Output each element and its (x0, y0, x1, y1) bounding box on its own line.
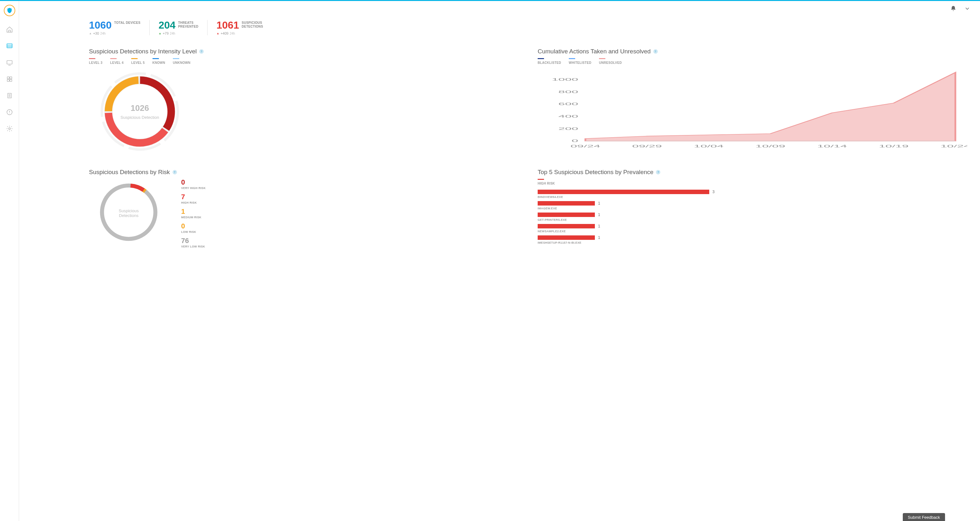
svg-text:09/29: 09/29 (632, 145, 662, 148)
svg-text:10/09: 10/09 (755, 145, 785, 148)
svg-text:10/19: 10/19 (879, 145, 908, 148)
help-icon[interactable]: ? (653, 49, 658, 54)
nav-logs[interactable] (2, 88, 17, 103)
alert-circle-icon (6, 109, 13, 116)
help-icon[interactable]: ? (199, 49, 204, 54)
svg-text:200: 200 (558, 127, 578, 130)
monitor-icon (6, 59, 13, 66)
svg-text:600: 600 (558, 102, 578, 106)
legend-item[interactable]: UNRESOLVED (599, 58, 622, 65)
charts-grid: Suspicious Detections by Intensity Level… (89, 48, 967, 248)
risk-item[interactable]: 0VERY HIGH RISK (181, 179, 205, 190)
grid-icon (6, 76, 13, 83)
donut-chart[interactable]: Suspicious Detections (95, 179, 162, 246)
svg-rect-7 (7, 79, 9, 81)
stat-delta: ▲ +30 24h (89, 32, 140, 35)
nav-dashboard[interactable] (2, 38, 17, 54)
chart-intensity: Suspicious Detections by Intensity Level… (89, 48, 519, 153)
dashboard-content: 1060 TOTAL DEVICES ▲ +30 24h 204 THREATS (19, 17, 980, 521)
risk-item[interactable]: 76VERY LOW RISK (181, 237, 205, 248)
donut-chart[interactable]: 1026 Suspicious Detection (99, 70, 181, 153)
legend-item[interactable]: LEVEL 4 (110, 58, 124, 65)
help-icon[interactable]: ? (656, 170, 660, 175)
svg-text:0: 0 (572, 139, 578, 143)
legend-item[interactable]: LEVEL 3 (89, 58, 103, 65)
svg-point-11 (9, 113, 10, 113)
stat-label: THREATS PREVENTED (178, 20, 198, 29)
help-icon[interactable]: ? (173, 170, 177, 175)
stat-delta: ▲ +409 24h (216, 32, 263, 35)
nav-apps[interactable] (2, 71, 17, 87)
svg-rect-3 (7, 61, 12, 64)
app-root: 1060 TOTAL DEVICES ▲ +30 24h 204 THREATS (0, 0, 980, 521)
legend-item[interactable]: WHITELISTED (569, 58, 591, 65)
scroll-icon (6, 92, 13, 99)
prevalence-bars: HIGH RISK 3BINDVIEW64.EXE1IMAGEW.EXE1GET… (538, 179, 967, 247)
prevalence-bar[interactable]: 1GET-PRINTERS.EXE (538, 213, 967, 221)
stat-label: SUSPICIOUS DETECTIONS (242, 20, 263, 29)
legend-item[interactable]: LEVEL 5 (131, 58, 145, 65)
legend-item: HIGH RISK (538, 179, 967, 185)
chart-title: Suspicious Detections by Risk ? (89, 169, 519, 176)
legend-item[interactable]: KNOWN (153, 58, 165, 65)
topbar (19, 1, 980, 17)
dashboard-icon (6, 43, 13, 49)
svg-rect-6 (10, 77, 11, 79)
chart-legend: LEVEL 3LEVEL 4LEVEL 5KNOWNUNKNOWN (89, 58, 519, 65)
stat-delta: ▲ +79 24h (159, 32, 198, 35)
svg-text:09/24: 09/24 (570, 145, 600, 148)
user-menu-button[interactable] (964, 5, 970, 13)
prevalence-bar[interactable]: 3BINDVIEW64.EXE (538, 190, 967, 199)
stat-threats-prevented[interactable]: 204 THREATS PREVENTED ▲ +79 24h (150, 20, 207, 35)
chart-legend: BLACKLISTEDWHITELISTEDUNRESOLVED (538, 58, 967, 65)
nav-settings[interactable] (2, 121, 17, 136)
area-chart[interactable]: 02004006008001000 09/2409/2910/0410/0910… (538, 70, 967, 149)
chevron-down-icon (964, 5, 970, 12)
chart-title: Cumulative Actions Taken and Unresolved … (538, 48, 967, 55)
notifications-button[interactable] (950, 5, 956, 13)
svg-rect-0 (7, 44, 12, 48)
prevalence-bar[interactable]: 1IMESHSETUP-R1157-N-BI.EXE (538, 235, 967, 244)
gear-icon (6, 125, 13, 132)
stat-total-devices[interactable]: 1060 TOTAL DEVICES ▲ +30 24h (89, 20, 150, 35)
stat-value: 1060 (89, 20, 111, 30)
nav-alerts[interactable] (2, 105, 17, 120)
svg-text:400: 400 (558, 114, 578, 118)
sidebar (0, 1, 19, 521)
chart-risk: Suspicious Detections by Risk ? Suspicio… (89, 169, 519, 248)
risk-item[interactable]: 0LOW RISK (181, 223, 205, 233)
donut-center: Suspicious Detections (112, 206, 146, 218)
chart-cumulative: Cumulative Actions Taken and Unresolved … (538, 48, 967, 153)
legend-item[interactable]: UNKNOWN (173, 58, 190, 65)
risk-item[interactable]: 7HIGH RISK (181, 194, 205, 204)
stat-suspicious-detections[interactable]: 1061 SUSPICIOUS DETECTIONS ▲ +409 24h (207, 20, 272, 35)
stat-value: 1061 (216, 20, 239, 30)
svg-point-12 (9, 128, 11, 130)
chart-title: Suspicious Detections by Intensity Level… (89, 48, 519, 55)
donut-center: 1026 Suspicious Detection (121, 103, 159, 120)
brand-logo[interactable] (4, 5, 15, 16)
bell-icon (950, 5, 956, 12)
nav-devices[interactable] (2, 55, 17, 70)
stat-value: 204 (159, 20, 175, 30)
chart-title: Top 5 Suspicious Detections by Prevalenc… (538, 169, 967, 176)
chart-prevalence: Top 5 Suspicious Detections by Prevalenc… (538, 169, 967, 248)
submit-feedback-button[interactable]: Submit Feedback (903, 513, 945, 521)
svg-text:1000: 1000 (552, 78, 578, 82)
prevalence-bar[interactable]: 1IMAGEW.EXE (538, 201, 967, 210)
svg-rect-8 (10, 79, 11, 81)
svg-text:10/14: 10/14 (817, 145, 847, 148)
summary-stats: 1060 TOTAL DEVICES ▲ +30 24h 204 THREATS (89, 20, 967, 35)
shield-icon (6, 7, 13, 14)
risk-item[interactable]: 1MEDIUM RISK (181, 208, 205, 219)
main-area: 1060 TOTAL DEVICES ▲ +30 24h 204 THREATS (19, 1, 980, 521)
home-icon (6, 26, 13, 33)
legend-item[interactable]: BLACKLISTED (538, 58, 561, 65)
svg-text:10/04: 10/04 (694, 145, 724, 148)
svg-text:10/24: 10/24 (940, 145, 967, 148)
svg-text:800: 800 (558, 90, 578, 94)
nav-home[interactable] (2, 22, 17, 37)
risk-list: 0VERY HIGH RISK7HIGH RISK1MEDIUM RISK0LO… (181, 179, 205, 248)
prevalence-bar[interactable]: 1NEWSAMPLE2.EXE (538, 224, 967, 233)
svg-rect-5 (7, 77, 9, 79)
